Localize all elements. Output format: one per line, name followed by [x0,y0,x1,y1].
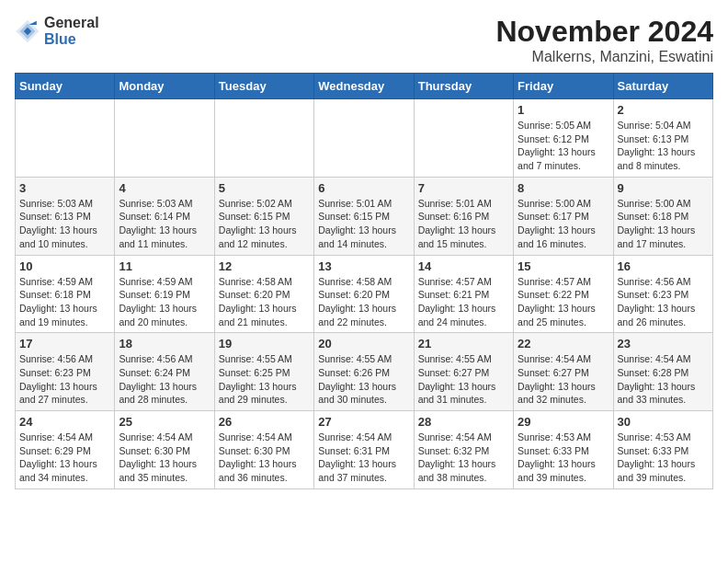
calendar-cell: 19Sunrise: 4:55 AM Sunset: 6:25 PM Dayli… [214,333,313,411]
cell-date-number: 17 [19,337,110,350]
calendar-cell: 15Sunrise: 4:57 AM Sunset: 6:22 PM Dayli… [514,255,613,333]
calendar-week-row: 3Sunrise: 5:03 AM Sunset: 6:13 PM Daylig… [16,177,713,255]
cell-date-number: 23 [618,337,709,350]
cell-date-number: 2 [618,103,709,117]
location-subtitle: Malkerns, Manzini, Eswatini [495,49,713,65]
cell-sun-info: Sunrise: 4:57 AM Sunset: 6:22 PM Dayligh… [518,275,609,329]
calendar-cell: 6Sunrise: 5:01 AM Sunset: 6:15 PM Daylig… [314,177,414,255]
calendar-cell: 17Sunrise: 4:56 AM Sunset: 6:23 PM Dayli… [16,333,115,411]
logo: General Blue [15,15,99,47]
calendar-cell: 22Sunrise: 4:54 AM Sunset: 6:27 PM Dayli… [514,333,613,411]
cell-date-number: 5 [219,181,310,195]
cell-date-number: 14 [418,259,509,273]
cell-sun-info: Sunrise: 4:56 AM Sunset: 6:24 PM Dayligh… [119,352,210,407]
cell-sun-info: Sunrise: 4:54 AM Sunset: 6:31 PM Dayligh… [318,431,409,485]
weekday-header-wednesday: Wednesday [314,74,414,99]
cell-sun-info: Sunrise: 4:53 AM Sunset: 6:33 PM Dayligh… [518,431,609,485]
calendar-table: SundayMondayTuesdayWednesdayThursdayFrid… [15,73,713,489]
cell-sun-info: Sunrise: 5:03 AM Sunset: 6:14 PM Dayligh… [119,197,210,251]
weekday-header-monday: Monday [115,74,214,99]
calendar-week-row: 1Sunrise: 5:05 AM Sunset: 6:12 PM Daylig… [16,99,713,178]
cell-sun-info: Sunrise: 4:58 AM Sunset: 6:20 PM Dayligh… [219,275,310,329]
cell-sun-info: Sunrise: 4:54 AM Sunset: 6:28 PM Dayligh… [618,352,709,407]
calendar-cell: 14Sunrise: 4:57 AM Sunset: 6:21 PM Dayli… [414,255,513,333]
logo-general-text: General [44,15,99,31]
cell-sun-info: Sunrise: 4:59 AM Sunset: 6:18 PM Dayligh… [19,275,110,329]
calendar-cell: 26Sunrise: 4:54 AM Sunset: 6:30 PM Dayli… [214,411,313,489]
cell-date-number: 7 [418,181,509,195]
cell-sun-info: Sunrise: 4:55 AM Sunset: 6:26 PM Dayligh… [318,352,409,407]
calendar-cell: 11Sunrise: 4:59 AM Sunset: 6:19 PM Dayli… [115,255,214,333]
cell-date-number: 15 [518,259,609,273]
calendar-cell [414,99,513,178]
calendar-cell: 20Sunrise: 4:55 AM Sunset: 6:26 PM Dayli… [314,333,414,411]
cell-date-number: 22 [518,337,609,350]
cell-date-number: 28 [418,415,509,429]
cell-date-number: 6 [318,181,409,195]
month-year-title: November 2024 [495,15,713,49]
calendar-cell: 12Sunrise: 4:58 AM Sunset: 6:20 PM Dayli… [214,255,313,333]
cell-sun-info: Sunrise: 5:00 AM Sunset: 6:17 PM Dayligh… [518,197,609,251]
calendar-cell [115,99,214,178]
calendar-cell: 1Sunrise: 5:05 AM Sunset: 6:12 PM Daylig… [514,99,613,178]
cell-date-number: 12 [219,259,310,273]
cell-date-number: 19 [219,337,310,350]
weekday-header-tuesday: Tuesday [214,74,313,99]
cell-sun-info: Sunrise: 5:00 AM Sunset: 6:18 PM Dayligh… [618,197,709,251]
cell-sun-info: Sunrise: 4:53 AM Sunset: 6:33 PM Dayligh… [618,431,709,485]
cell-date-number: 27 [318,415,409,429]
cell-sun-info: Sunrise: 5:03 AM Sunset: 6:13 PM Dayligh… [19,197,110,251]
calendar-cell: 29Sunrise: 4:53 AM Sunset: 6:33 PM Dayli… [514,411,613,489]
cell-date-number: 26 [219,415,310,429]
cell-sun-info: Sunrise: 4:56 AM Sunset: 6:23 PM Dayligh… [19,352,110,407]
weekday-header-saturday: Saturday [613,74,712,99]
cell-sun-info: Sunrise: 4:58 AM Sunset: 6:20 PM Dayligh… [318,275,409,329]
calendar-cell: 24Sunrise: 4:54 AM Sunset: 6:29 PM Dayli… [16,411,115,489]
title-section: November 2024 Malkerns, Manzini, Eswatin… [495,15,713,65]
calendar-cell: 4Sunrise: 5:03 AM Sunset: 6:14 PM Daylig… [115,177,214,255]
calendar-body: 1Sunrise: 5:05 AM Sunset: 6:12 PM Daylig… [16,99,713,489]
calendar-cell: 23Sunrise: 4:54 AM Sunset: 6:28 PM Dayli… [613,333,712,411]
cell-date-number: 4 [119,181,210,195]
cell-sun-info: Sunrise: 4:57 AM Sunset: 6:21 PM Dayligh… [418,275,509,329]
cell-sun-info: Sunrise: 4:55 AM Sunset: 6:27 PM Dayligh… [418,352,509,407]
logo-text: General Blue [44,15,99,47]
cell-sun-info: Sunrise: 5:01 AM Sunset: 6:15 PM Dayligh… [318,197,409,251]
logo-blue-text: Blue [44,31,99,48]
calendar-cell: 28Sunrise: 4:54 AM Sunset: 6:32 PM Dayli… [414,411,513,489]
calendar-week-row: 10Sunrise: 4:59 AM Sunset: 6:18 PM Dayli… [16,255,713,333]
calendar-cell [214,99,313,178]
cell-date-number: 29 [518,415,609,429]
cell-date-number: 10 [19,259,110,273]
cell-sun-info: Sunrise: 5:04 AM Sunset: 6:13 PM Dayligh… [618,119,709,173]
calendar-week-row: 24Sunrise: 4:54 AM Sunset: 6:29 PM Dayli… [16,411,713,489]
calendar-cell [314,99,414,178]
cell-date-number: 13 [318,259,409,273]
calendar-cell: 25Sunrise: 4:54 AM Sunset: 6:30 PM Dayli… [115,411,214,489]
cell-date-number: 8 [518,181,609,195]
calendar-cell: 2Sunrise: 5:04 AM Sunset: 6:13 PM Daylig… [613,99,712,178]
weekday-header-thursday: Thursday [414,74,513,99]
cell-date-number: 11 [119,259,210,273]
cell-date-number: 1 [518,103,609,117]
cell-sun-info: Sunrise: 4:54 AM Sunset: 6:30 PM Dayligh… [219,431,310,485]
calendar-header: SundayMondayTuesdayWednesdayThursdayFrid… [16,74,713,99]
calendar-cell: 27Sunrise: 4:54 AM Sunset: 6:31 PM Dayli… [314,411,414,489]
cell-date-number: 21 [418,337,509,350]
cell-sun-info: Sunrise: 4:54 AM Sunset: 6:32 PM Dayligh… [418,431,509,485]
cell-date-number: 9 [618,181,709,195]
cell-sun-info: Sunrise: 4:54 AM Sunset: 6:30 PM Dayligh… [119,431,210,485]
cell-sun-info: Sunrise: 5:05 AM Sunset: 6:12 PM Dayligh… [518,119,609,173]
logo-icon [15,18,40,44]
calendar-cell: 21Sunrise: 4:55 AM Sunset: 6:27 PM Dayli… [414,333,513,411]
cell-date-number: 16 [618,259,709,273]
weekday-header-sunday: Sunday [16,74,115,99]
weekday-header-friday: Friday [514,74,613,99]
calendar-week-row: 17Sunrise: 4:56 AM Sunset: 6:23 PM Dayli… [16,333,713,411]
calendar-cell: 7Sunrise: 5:01 AM Sunset: 6:16 PM Daylig… [414,177,513,255]
calendar-cell [16,99,115,178]
page-header: General Blue November 2024 Malkerns, Man… [15,15,713,65]
cell-date-number: 25 [119,415,210,429]
cell-sun-info: Sunrise: 4:56 AM Sunset: 6:23 PM Dayligh… [618,275,709,329]
cell-sun-info: Sunrise: 4:55 AM Sunset: 6:25 PM Dayligh… [219,352,310,407]
